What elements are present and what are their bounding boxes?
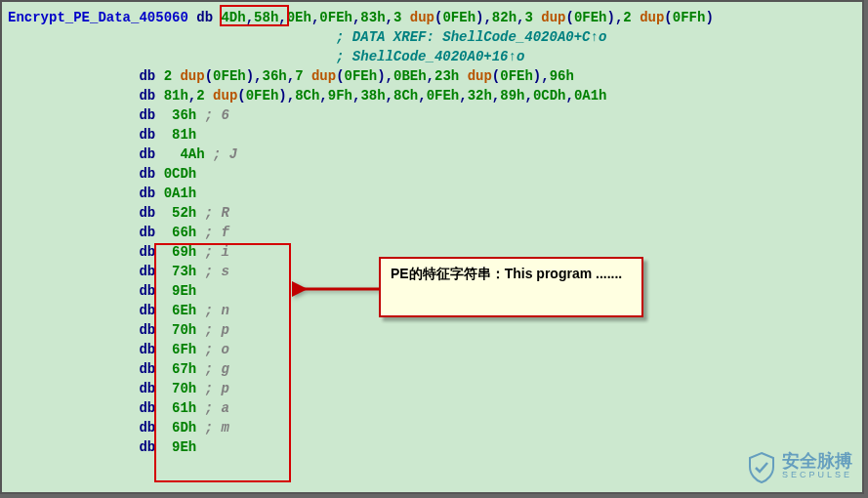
data-row: db 61h ; a — [8, 400, 229, 416]
data-row: db 36h ; 6 — [8, 107, 229, 123]
code-listing: Encrypt_PE_Data_405060 db 4Dh,58h,0Eh,0F… — [8, 8, 856, 457]
data-row: db 67h ; g — [8, 361, 229, 377]
data-row: db 73h ; s — [8, 264, 229, 279]
data-row: db 52h ; R — [8, 205, 229, 221]
data-row: db 0A1h — [8, 186, 196, 201]
data-row: db 70h ; p — [8, 381, 229, 396]
callout-arrow-icon — [292, 279, 382, 299]
data-row: db 66h ; f — [8, 225, 229, 240]
watermark-logo: 安全脉搏 SECPULSE — [747, 451, 852, 484]
data-row: db 69h ; i — [8, 244, 229, 260]
data-row: db 9Eh — [8, 439, 196, 455]
data-row: db 4Ah ; J — [8, 146, 237, 162]
xref-2[interactable]: ; ShellCode_4020A0+16↑o — [336, 49, 524, 64]
symbol-label: Encrypt_PE_Data_405060 — [8, 10, 188, 25]
data-row: db 0CDh — [8, 166, 196, 182]
data-row: db 6Dh ; m — [8, 420, 229, 436]
data-row: db 81h — [8, 127, 196, 143]
data-row: db 6Fh ; o — [8, 342, 229, 357]
data-row: db 70h ; p — [8, 322, 229, 338]
data-row: db 6Eh ; n — [8, 303, 229, 318]
annotation-callout: PE的特征字符串：This program ....... — [379, 257, 643, 317]
disassembly-view: Encrypt_PE_Data_405060 db 4Dh,58h,0Eh,0F… — [0, 0, 864, 494]
xref-1[interactable]: ; DATA XREF: ShellCode_4020A0+C↑o — [336, 29, 606, 45]
db-keyword: db — [196, 10, 213, 25]
data-row: db 9Eh — [8, 283, 196, 299]
